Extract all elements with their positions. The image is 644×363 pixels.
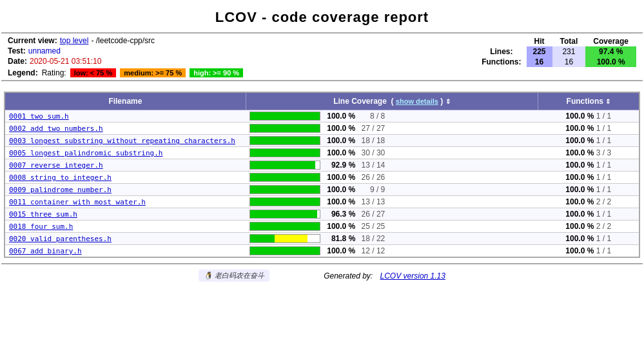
coverage-bar: [249, 185, 320, 194]
function-fraction: 1 / 1: [594, 246, 611, 255]
functions-sort-icon[interactable]: ⇕: [605, 98, 610, 105]
coverage-fraction: 26 / 27: [359, 210, 385, 219]
coverage-fraction: 13 / 14: [359, 161, 385, 170]
function-fraction: 1 / 1: [594, 161, 611, 170]
coverage-cell: 100.0 %26 / 26: [246, 172, 538, 184]
function-percent: 100.0 %: [565, 197, 594, 206]
function-percent: 100.0 %: [565, 246, 594, 255]
col-line-coverage: Line Coverage ( show details ) ⇕: [246, 92, 538, 110]
file-link[interactable]: 0015 three sum.h: [9, 210, 77, 219]
coverage-percent: 96.3 %: [324, 210, 355, 219]
coverage-percent: 100.0 %: [324, 136, 355, 145]
functions-hit: 16: [527, 57, 552, 67]
file-link[interactable]: 0020 valid parentheses.h: [9, 235, 112, 243]
function-percent: 100.0 %: [565, 234, 594, 243]
coverage-bar: [249, 136, 320, 145]
table-row: 0008 string to integer.h100.0 %26 / 2610…: [5, 172, 639, 184]
coverage-percent: 100.0 %: [324, 148, 355, 157]
coverage-fraction: 12 / 12: [359, 246, 385, 255]
function-fraction: 2 / 2: [594, 197, 611, 206]
coverage-bar: [249, 210, 320, 219]
hit-header: Hit: [527, 36, 552, 46]
coverage-percent: 100.0 %: [324, 112, 355, 121]
coverage-bar: [249, 124, 320, 133]
functions-cell: 100.0 % 2 / 2: [538, 196, 639, 208]
function-percent: 100.0 %: [565, 210, 594, 219]
page-title: LCOV - code coverage report: [0, 0, 644, 32]
file-link[interactable]: 0001 two sum.h: [9, 112, 69, 121]
col-filename: Filename: [5, 92, 246, 110]
table-row: 0067 add binary.h100.0 %12 / 12100.0 % 1…: [5, 245, 639, 258]
table-row: 0015 three sum.h96.3 %26 / 27100.0 % 1 /…: [5, 208, 639, 221]
current-view-label: Current view:: [8, 36, 57, 45]
coverage-fraction: 25 / 25: [359, 222, 385, 231]
table-row: 0007 reverse integer.h92.9 %13 / 14100.0…: [5, 159, 639, 172]
coverage-percent: 100.0 %: [324, 246, 355, 255]
coverage-bar: [249, 246, 320, 255]
function-percent: 100.0 %: [565, 148, 594, 157]
functions-cell: 100.0 % 1 / 1: [538, 110, 639, 123]
coverage-bar: [249, 222, 320, 231]
coverage-percent: 92.9 %: [324, 161, 355, 170]
coverage-fraction: 8 / 8: [359, 112, 385, 121]
functions-cell: 100.0 % 1 / 1: [538, 159, 639, 172]
functions-cell: 100.0 % 1 / 1: [538, 123, 639, 135]
rating-label: Rating:: [42, 68, 66, 77]
line-coverage-sort-icon[interactable]: ⇕: [445, 98, 451, 105]
table-row: 0005 longest palindromic substring.h100.…: [5, 147, 639, 159]
lcov-version-link[interactable]: LCOV version 1.13: [380, 271, 445, 280]
top-level-link[interactable]: top level: [60, 36, 89, 45]
coverage-bar: [249, 148, 320, 157]
watermark-text: 老白码农在奋斗: [215, 271, 264, 279]
legend-high: high: >= 90 %: [190, 68, 243, 77]
coverage-cell: 100.0 %30 / 30: [246, 147, 538, 159]
functions-cell: 100.0 % 1 / 1: [538, 245, 639, 258]
coverage-cell: 92.9 %13 / 14: [246, 159, 538, 172]
table-row: 0001 two sum.h100.0 %8 / 8100.0 % 1 / 1: [5, 110, 639, 123]
function-fraction: 1 / 1: [594, 112, 611, 121]
coverage-fraction: 9 / 9: [359, 185, 385, 194]
file-link[interactable]: 0067 add binary.h: [9, 247, 82, 255]
coverage-bar: [249, 197, 320, 206]
coverage-bar: [249, 161, 320, 170]
coverage-cell: 100.0 %13 / 13: [246, 196, 538, 208]
file-link[interactable]: 0009 palindrome number.h: [9, 186, 112, 194]
show-details-link[interactable]: show details: [396, 97, 438, 105]
coverage-fraction: 27 / 27: [359, 124, 385, 133]
legend-label: Legend:: [8, 68, 38, 77]
functions-cell: 100.0 % 1 / 1: [538, 172, 639, 184]
file-link[interactable]: 0005 longest palindromic substring.h: [9, 149, 162, 157]
function-fraction: 1 / 1: [594, 185, 611, 194]
coverage-percent: 81.8 %: [324, 234, 355, 243]
coverage-cell: 100.0 %12 / 12: [246, 245, 538, 258]
function-fraction: 3 / 3: [594, 148, 611, 157]
file-link[interactable]: 0002 add two numbers.h: [9, 124, 103, 133]
table-row: 0002 add two numbers.h100.0 %27 / 27100.…: [5, 123, 639, 135]
function-fraction: 1 / 1: [594, 136, 611, 145]
coverage-fraction: 18 / 22: [359, 234, 385, 243]
file-link[interactable]: 0008 string to integer.h: [9, 173, 112, 182]
function-percent: 100.0 %: [565, 112, 594, 121]
file-link[interactable]: 0003 longest substring without repeating…: [9, 137, 235, 145]
functions-cell: 100.0 % 3 / 3: [538, 147, 639, 159]
watermark: 🐧 老白码农在奋斗: [199, 270, 269, 282]
coverage-fraction: 18 / 18: [359, 136, 385, 145]
function-percent: 100.0 %: [565, 136, 594, 145]
functions-cell: 100.0 % 1 / 1: [538, 184, 639, 196]
total-header: Total: [552, 36, 586, 46]
coverage-cell: 100.0 %8 / 8: [246, 110, 538, 123]
function-percent: 100.0 %: [565, 185, 594, 194]
function-fraction: 1 / 1: [594, 124, 611, 133]
table-row: 0003 longest substring without repeating…: [5, 135, 639, 147]
file-link[interactable]: 0011 container with most water.h: [9, 198, 146, 206]
coverage-bar: [249, 234, 320, 243]
lines-label: Lines:: [476, 46, 526, 57]
coverage-cell: 96.3 %26 / 27: [246, 208, 538, 221]
coverage-header: Coverage: [585, 36, 636, 46]
function-fraction: 1 / 1: [594, 234, 611, 243]
table-row: 0011 container with most water.h100.0 %1…: [5, 196, 639, 208]
coverage-bar: [249, 173, 320, 182]
functions-total: 16: [552, 57, 586, 67]
file-link[interactable]: 0007 reverse integer.h: [9, 161, 103, 170]
file-link[interactable]: 0018 four sum.h: [9, 222, 73, 231]
